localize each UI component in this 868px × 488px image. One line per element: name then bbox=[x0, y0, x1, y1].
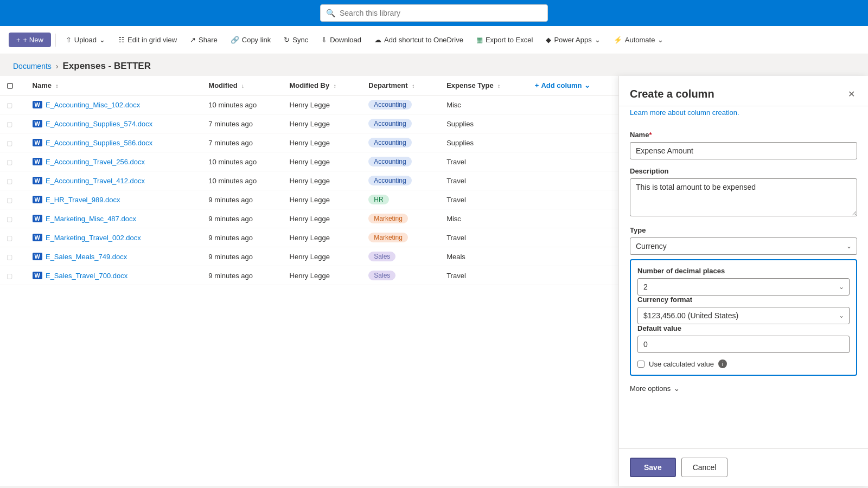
currency-options-section: Number of decimal places 2 0 1 3 4 5 ⌄ C… bbox=[630, 259, 857, 376]
row-empty-cell bbox=[528, 95, 618, 114]
share-icon: ↗ bbox=[190, 36, 196, 44]
row-department-cell: Accounting bbox=[362, 95, 440, 114]
search-box[interactable]: 🔍 bbox=[320, 4, 548, 22]
word-file-icon: W bbox=[33, 253, 42, 260]
breadcrumb-current: Expenses - BETTER bbox=[62, 61, 151, 72]
info-icon[interactable]: i bbox=[718, 359, 727, 368]
more-options-toggle[interactable]: More options ⌄ bbox=[630, 384, 857, 393]
row-expense-type-cell: Travel bbox=[440, 190, 528, 209]
row-empty-cell bbox=[528, 228, 618, 247]
table-row[interactable]: ▢ W E_Sales_Meals_749.docx 9 minutes ago… bbox=[0, 247, 618, 266]
row-department-cell: Marketing bbox=[362, 228, 440, 247]
upload-icon: ⇧ bbox=[66, 36, 72, 44]
type-select[interactable]: Currency Single line of text Multiple li… bbox=[630, 237, 857, 255]
row-name-cell: W E_Accounting_Travel_412.docx bbox=[26, 171, 202, 190]
word-file-icon: W bbox=[33, 120, 42, 127]
use-calculated-checkbox[interactable] bbox=[637, 361, 644, 368]
table-row[interactable]: ▢ W E_Marketing_Travel_002.docx 9 minute… bbox=[0, 228, 618, 247]
decimal-label: Number of decimal places bbox=[637, 267, 850, 275]
file-name[interactable]: E_Accounting_Supplies_574.docx bbox=[46, 120, 152, 128]
default-value-input[interactable] bbox=[637, 336, 850, 353]
search-input[interactable] bbox=[340, 9, 542, 17]
file-name[interactable]: E_Sales_Travel_700.docx bbox=[46, 272, 127, 280]
row-empty-cell bbox=[528, 171, 618, 190]
table-row[interactable]: ▢ W E_Accounting_Travel_412.docx 10 minu… bbox=[0, 171, 618, 190]
share-button[interactable]: ↗ Share bbox=[184, 33, 223, 47]
upload-chevron-icon: ⌄ bbox=[99, 36, 105, 44]
col-header-expense-type[interactable]: Expense Type ↕ bbox=[440, 76, 528, 95]
col-header-name[interactable]: Name ↕ bbox=[26, 76, 202, 95]
download-button[interactable]: ⇩ Download bbox=[316, 33, 367, 47]
new-button[interactable]: + + New bbox=[9, 33, 51, 47]
description-textarea[interactable]: This is total amount to be expensed bbox=[630, 178, 857, 216]
file-name[interactable]: E_Accounting_Travel_256.docx bbox=[46, 158, 145, 166]
row-name-cell: W E_HR_Travel_989.docx bbox=[26, 190, 202, 209]
table-row[interactable]: ▢ W E_Accounting_Supplies_586.docx 7 min… bbox=[0, 133, 618, 152]
department-badge: Marketing bbox=[368, 214, 408, 223]
cancel-button[interactable]: Cancel bbox=[681, 458, 728, 477]
file-name[interactable]: E_Sales_Meals_749.docx bbox=[46, 253, 127, 261]
new-icon: + bbox=[16, 36, 21, 44]
file-name[interactable]: E_Accounting_Misc_102.docx bbox=[46, 101, 140, 109]
table-row[interactable]: ▢ W E_Sales_Travel_700.docx 9 minutes ag… bbox=[0, 266, 618, 285]
decimal-select-wrap: 2 0 1 3 4 5 ⌄ bbox=[637, 278, 850, 296]
row-icon-cell: ▢ bbox=[0, 209, 26, 228]
copy-link-button[interactable]: 🔗 Copy link bbox=[225, 33, 276, 47]
row-empty-cell bbox=[528, 114, 618, 133]
search-icon: 🔍 bbox=[326, 9, 335, 17]
power-apps-button[interactable]: ◆ Power Apps ⌄ bbox=[540, 33, 605, 47]
toolbar: + + New ⇧ Upload ⌄ ☷ Edit in grid view ↗… bbox=[0, 26, 868, 54]
department-badge: Sales bbox=[368, 252, 395, 261]
row-name-cell: W E_Accounting_Travel_256.docx bbox=[26, 152, 202, 171]
currency-format-select[interactable]: $123,456.00 (United States) €123,456.00 … bbox=[637, 307, 850, 324]
col-header-modified-by[interactable]: Modified By ↕ bbox=[283, 76, 362, 95]
row-modified-cell: 10 minutes ago bbox=[202, 95, 283, 114]
use-calculated-row: Use calculated value i bbox=[637, 359, 850, 368]
top-bar: 🔍 bbox=[0, 0, 868, 26]
word-file-icon: W bbox=[33, 101, 42, 108]
row-department-cell: Accounting bbox=[362, 152, 440, 171]
row-expense-type-cell: Meals bbox=[440, 247, 528, 266]
save-button[interactable]: Save bbox=[630, 458, 676, 477]
row-icon-cell: ▢ bbox=[0, 190, 26, 209]
file-name[interactable]: E_Marketing_Misc_487.docx bbox=[46, 215, 136, 223]
row-name-cell: W E_Marketing_Travel_002.docx bbox=[26, 228, 202, 247]
sync-button[interactable]: ↻ Sync bbox=[278, 33, 314, 47]
word-file-icon: W bbox=[33, 215, 42, 222]
file-name[interactable]: E_Accounting_Travel_412.docx bbox=[46, 177, 145, 185]
table-row[interactable]: ▢ W E_Accounting_Misc_102.docx 10 minute… bbox=[0, 95, 618, 114]
col-header-add-column[interactable]: + Add column ⌄ bbox=[528, 76, 618, 95]
learn-more-link[interactable]: Learn more about column creation. bbox=[619, 106, 868, 122]
edit-grid-button[interactable]: ☷ Edit in grid view bbox=[113, 33, 182, 47]
upload-button[interactable]: ⇧ Upload ⌄ bbox=[60, 33, 111, 47]
row-department-cell: Sales bbox=[362, 247, 440, 266]
powerapps-icon: ◆ bbox=[546, 36, 551, 44]
row-empty-cell bbox=[528, 247, 618, 266]
row-modified-by-cell: Henry Legge bbox=[283, 95, 362, 114]
row-icon-cell: ▢ bbox=[0, 171, 26, 190]
table-row[interactable]: ▢ W E_Accounting_Supplies_574.docx 7 min… bbox=[0, 114, 618, 133]
table-row[interactable]: ▢ W E_Accounting_Travel_256.docx 10 minu… bbox=[0, 152, 618, 171]
panel-close-button[interactable]: ✕ bbox=[846, 87, 857, 101]
currency-format-label: Currency format bbox=[637, 296, 850, 304]
add-col-chevron: ⌄ bbox=[584, 81, 590, 89]
decimal-select[interactable]: 2 0 1 3 4 5 bbox=[637, 278, 850, 296]
name-input[interactable] bbox=[630, 142, 857, 159]
word-file-icon: W bbox=[33, 177, 42, 184]
export-excel-button[interactable]: ▦ Export to Excel bbox=[471, 33, 538, 47]
breadcrumb-parent[interactable]: Documents bbox=[13, 62, 52, 70]
col-header-department[interactable]: Department ↕ bbox=[362, 76, 440, 95]
table-row[interactable]: ▢ W E_HR_Travel_989.docx 9 minutes ago H… bbox=[0, 190, 618, 209]
row-department-cell: Accounting bbox=[362, 114, 440, 133]
row-expense-type-cell: Travel bbox=[440, 228, 528, 247]
row-name-cell: W E_Sales_Travel_700.docx bbox=[26, 266, 202, 285]
file-name[interactable]: E_HR_Travel_989.docx bbox=[46, 196, 120, 204]
add-shortcut-button[interactable]: ☁ Add shortcut to OneDrive bbox=[369, 33, 469, 47]
automate-button[interactable]: ⚡ Automate ⌄ bbox=[608, 33, 669, 47]
col-header-modified[interactable]: Modified ↓ bbox=[202, 76, 283, 95]
row-department-cell: Marketing bbox=[362, 209, 440, 228]
row-name-cell: W E_Accounting_Supplies_586.docx bbox=[26, 133, 202, 152]
file-name[interactable]: E_Marketing_Travel_002.docx bbox=[46, 234, 141, 242]
table-row[interactable]: ▢ W E_Marketing_Misc_487.docx 9 minutes … bbox=[0, 209, 618, 228]
file-name[interactable]: E_Accounting_Supplies_586.docx bbox=[46, 139, 152, 147]
